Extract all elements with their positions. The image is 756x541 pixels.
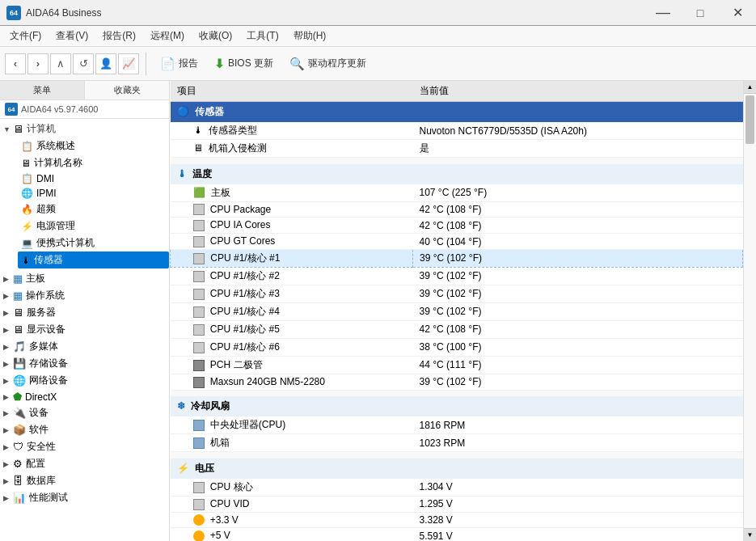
sidebar-item-dmi[interactable]: 📋 DMI (18, 171, 169, 186)
expand-arrow-icon: ▼ (3, 125, 11, 133)
sidebar-item-motherboard[interactable]: ▶ ▦ 主板 (0, 270, 169, 287)
driver-search-icon: 🔍 (289, 57, 305, 71)
row-value: 1.304 V (413, 479, 743, 497)
sidebar-item-label: 配置 (26, 457, 45, 471)
section-header-sensor: 🔵 传感器 (171, 102, 743, 123)
expand-arrow-icon: ▶ (3, 309, 11, 317)
row-value: 39 °C (102 °F) (413, 267, 743, 285)
sidebar-item-sysoverview[interactable]: 📋 系统概述 (18, 137, 169, 154)
fan-cpu-icon (193, 420, 205, 431)
nav-user-button[interactable]: 👤 (95, 53, 116, 74)
sidebar-item-software[interactable]: ▶ 📦 软件 (0, 421, 169, 438)
sidebar-item-config[interactable]: ▶ ⚙ 配置 (0, 455, 169, 472)
app-title: AIDA64 Business (26, 7, 101, 19)
sidebar-item-display[interactable]: ▶ 🖥 显示设备 (0, 321, 169, 338)
nav-chart-button[interactable]: 📈 (118, 53, 139, 74)
section-spacer (171, 390, 743, 396)
sidebar-item-label: 系统概述 (36, 139, 75, 153)
menu-tools[interactable]: 工具(T) (240, 27, 285, 44)
maximize-button[interactable]: □ (682, 0, 719, 26)
menu-file[interactable]: 文件(F) (3, 27, 48, 44)
menu-favorites[interactable]: 收藏(O) (192, 27, 239, 44)
menu-view[interactable]: 查看(V) (49, 27, 95, 44)
sidebar-item-os[interactable]: ▶ ▦ 操作系统 (0, 287, 169, 304)
sidebar-tree: ▼ 🖥 计算机 📋 系统概述 🖥 计算机名称 📋 DMI (0, 119, 169, 541)
nav-refresh-button[interactable]: ↺ (73, 53, 94, 74)
sidebar-item-network[interactable]: ▶ 🌐 网络设备 (0, 372, 169, 389)
row-name: +5 V (171, 528, 413, 541)
sidebar-item-sensor[interactable]: 🌡 传感器 (18, 251, 169, 268)
report-button[interactable]: 📄 报告 (153, 53, 205, 75)
cpu-core4-icon (193, 306, 205, 318)
row-value: 42 °C (108 °F) (413, 201, 743, 218)
table-row: +3.3 V 3.328 V (171, 512, 743, 528)
pch-icon (193, 360, 205, 371)
sidebar-item-label: 服务器 (27, 306, 56, 319)
row-name: +3.3 V (171, 512, 413, 528)
section-header-voltage: ⚡ 电压 (171, 459, 743, 479)
sidebar-item-server[interactable]: ▶ 🖥 服务器 (0, 304, 169, 321)
volt-cpu-icon (193, 482, 205, 493)
menu-help[interactable]: 帮助(H) (287, 27, 333, 44)
storage-icon: 💾 (13, 357, 26, 370)
close-button[interactable]: ✕ (719, 0, 756, 26)
menu-remote[interactable]: 远程(M) (144, 27, 191, 44)
sidebar-item-overclock[interactable]: 🔥 超频 (18, 201, 169, 218)
minimize-button[interactable]: — (644, 0, 682, 26)
report-label: 报告 (179, 57, 198, 70)
table-row: CPU #1/核心 #5 42 °C (108 °F) (171, 320, 743, 338)
table-row: CPU IA Cores 42 °C (108 °F) (171, 218, 743, 234)
scrollbar-thumb[interactable] (745, 95, 754, 144)
sidebar-item-computername[interactable]: 🖥 计算机名称 (18, 154, 169, 171)
table-row: 🖥 机箱入侵检测 是 (171, 140, 743, 158)
volt-33-icon (193, 514, 205, 526)
row-value: 44 °C (111 °F) (413, 356, 743, 374)
row-value: 1023 RPM (413, 434, 743, 452)
sidebar-item-devices[interactable]: ▶ 🔌 设备 (0, 404, 169, 421)
sidebar-item-benchmark[interactable]: ▶ 📊 性能测试 (0, 489, 169, 506)
sidebar-item-laptop[interactable]: 💻 便携式计算机 (18, 235, 169, 251)
temp-section-icon: 🌡 (177, 168, 187, 180)
expand-arrow-icon: ▶ (3, 275, 11, 283)
section-spacer (171, 158, 743, 164)
sidebar-item-security[interactable]: ▶ 🛡 安全性 (0, 438, 169, 455)
sidebar-tab-favorites[interactable]: 收藏夹 (85, 81, 169, 99)
sidebar-item-database[interactable]: ▶ 🗄 数据库 (0, 472, 169, 489)
volt-vid-icon (193, 499, 205, 510)
sidebar-item-ipmi[interactable]: 🌐 IPMI (18, 186, 169, 201)
table-row: CPU #1/核心 #4 39 °C (102 °F) (171, 302, 743, 320)
nav-up-button[interactable]: ∧ (50, 53, 71, 74)
expand-arrow-icon: ▶ (3, 343, 11, 351)
expand-arrow-icon: ▶ (3, 360, 11, 368)
sidebar-item-multimedia[interactable]: ▶ 🎵 多媒体 (0, 338, 169, 355)
content-area: 项目 当前值 🔵 传感器 🌡 传感器类型 (170, 81, 743, 541)
row-value: 42 °C (108 °F) (413, 218, 743, 234)
scrollbar[interactable]: ▲ ▼ (743, 81, 756, 541)
sidebar-item-powermgmt[interactable]: ⚡ 电源管理 (18, 218, 169, 235)
nav-forward-button[interactable]: › (27, 53, 49, 74)
nav-back-button[interactable]: ‹ (5, 53, 26, 74)
sidebar-tab-menu[interactable]: 菜单 (0, 81, 85, 99)
sidebar-item-label: 电源管理 (36, 219, 75, 233)
row-name: CPU VID (171, 496, 413, 512)
config-icon: ⚙ (13, 458, 23, 470)
sidebar-item-storage[interactable]: ▶ 💾 存储设备 (0, 355, 169, 372)
laptop-icon: 💻 (21, 238, 33, 249)
data-table: 项目 当前值 🔵 传感器 🌡 传感器类型 (170, 81, 743, 541)
driver-update-button[interactable]: 🔍 驱动程序更新 (282, 53, 374, 75)
row-name: CPU 核心 (171, 479, 413, 497)
sidebar-item-label: 计算机 (27, 122, 56, 136)
table-row: PCH 二极管 44 °C (111 °F) (171, 356, 743, 374)
scrollbar-down-button[interactable]: ▼ (744, 528, 757, 541)
sidebar-item-directx[interactable]: ▶ ⬟ DirectX (0, 389, 169, 404)
section-header-fan: ❄ 冷却风扇 (171, 396, 743, 416)
menu-report[interactable]: 报告(R) (96, 27, 142, 44)
row-name: CPU #1/核心 #2 (171, 267, 413, 285)
row-name: 🖥 机箱入侵检测 (171, 140, 413, 158)
row-name: CPU #1/核心 #1 (171, 249, 413, 267)
brand-icon: 64 (5, 103, 18, 116)
bios-update-button[interactable]: ⬇ BIOS 更新 (207, 53, 281, 75)
expand-arrow-icon: ▶ (3, 409, 11, 417)
sidebar-item-computer[interactable]: ▼ 🖥 计算机 (0, 120, 169, 137)
scrollbar-up-button[interactable]: ▲ (744, 81, 757, 94)
